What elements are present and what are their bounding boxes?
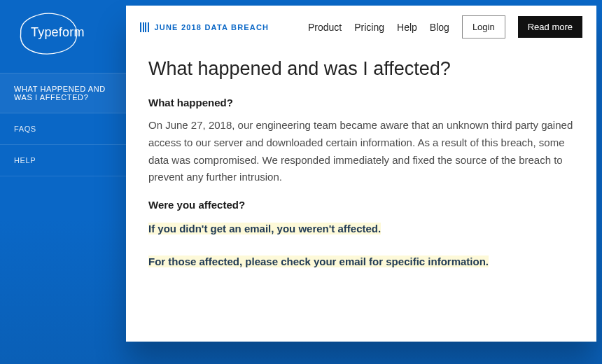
top-nav: Product Pricing Help Blog Login Read mor… bbox=[308, 15, 582, 38]
highlight-line-2: For those affected, please check your em… bbox=[148, 252, 577, 272]
main-panel: JUNE 2018 DATA BREACH Product Pricing He… bbox=[126, 6, 596, 342]
article: What happened and was I affected? What h… bbox=[126, 46, 596, 301]
nav-product[interactable]: Product bbox=[308, 22, 342, 33]
highlight-text: For those affected, please check your em… bbox=[148, 255, 489, 267]
sidebar-nav: WHAT HAPPENED AND WAS I AFFECTED? FAQS H… bbox=[0, 73, 126, 176]
sidebar-item-help[interactable]: HELP bbox=[0, 145, 126, 176]
page-title: What happened and was I affected? bbox=[148, 58, 577, 80]
sidebar-item-faqs[interactable]: FAQS bbox=[0, 113, 126, 145]
breadcrumb-label: JUNE 2018 DATA BREACH bbox=[155, 23, 270, 31]
brand-name: Typeform bbox=[31, 25, 85, 40]
login-button[interactable]: Login bbox=[462, 15, 505, 38]
sidebar-item-label: FAQS bbox=[14, 125, 36, 133]
app-root: Typeform WHAT HAPPENED AND WAS I AFFECTE… bbox=[0, 0, 602, 364]
topbar: JUNE 2018 DATA BREACH Product Pricing He… bbox=[126, 6, 596, 46]
brand-logo[interactable]: Typeform bbox=[0, 0, 126, 64]
section-body-what-happened: On June 27, 2018, our engineering team b… bbox=[148, 117, 577, 186]
sidebar-item-label: HELP bbox=[14, 156, 36, 164]
bars-icon bbox=[140, 22, 149, 32]
highlight-text: If you didn't get an email, you weren't … bbox=[148, 223, 381, 234]
read-more-button[interactable]: Read more bbox=[518, 16, 582, 38]
section-heading-what-happened: What happened? bbox=[148, 97, 577, 108]
highlight-line-1: If you didn't get an email, you weren't … bbox=[148, 219, 577, 239]
nav-blog[interactable]: Blog bbox=[430, 22, 449, 33]
sidebar: Typeform WHAT HAPPENED AND WAS I AFFECTE… bbox=[0, 0, 126, 364]
sidebar-item-what-happened[interactable]: WHAT HAPPENED AND WAS I AFFECTED? bbox=[0, 73, 126, 113]
breadcrumb[interactable]: JUNE 2018 DATA BREACH bbox=[140, 22, 269, 32]
sidebar-item-label: WHAT HAPPENED AND WAS I AFFECTED? bbox=[14, 85, 106, 102]
nav-help[interactable]: Help bbox=[397, 22, 417, 33]
nav-pricing[interactable]: Pricing bbox=[354, 22, 384, 33]
section-heading-were-you-affected: Were you affected? bbox=[148, 199, 577, 211]
